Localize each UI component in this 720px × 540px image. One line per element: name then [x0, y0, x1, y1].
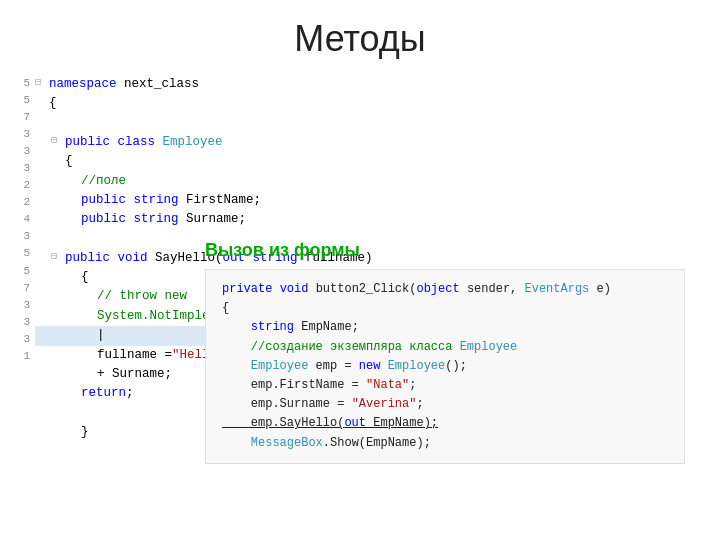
right-panel: Вызов из формы private void button2_Clic… [205, 240, 685, 464]
code-text: { [81, 268, 89, 287]
code-line: //создание экземпляра класса Employee [222, 338, 668, 357]
code-text: public class Employee [65, 133, 223, 152]
code-text: public string Surname; [81, 210, 246, 229]
code-line: { [35, 152, 380, 171]
code-line: emp.SayHello(out EmpName); [222, 414, 668, 433]
code-text: } [81, 423, 89, 442]
code-line: { [222, 299, 668, 318]
code-line: string EmpName; [222, 318, 668, 337]
code-line: ⊟ namespace next_class [35, 75, 380, 94]
callout-label: Вызов из формы [205, 240, 685, 261]
code-line: ⊟ public class Employee [35, 133, 380, 152]
code-line: //поле [35, 172, 380, 191]
code-text: return; [81, 384, 134, 403]
code-text: namespace next_class [49, 75, 199, 94]
code-line: public string Surname; [35, 210, 380, 229]
code-text: public string FirstName; [81, 191, 261, 210]
code-line: emp.Surname = "Averina"; [222, 395, 668, 414]
code-line: public string FirstName; [35, 191, 380, 210]
code-line: private void button2_Click(object sender… [222, 280, 668, 299]
code-line: Employee emp = new Employee(); [222, 357, 668, 376]
code-line [35, 114, 380, 133]
code-text: | [97, 326, 105, 345]
code-text: { [49, 94, 57, 113]
code-text: { [65, 152, 73, 171]
code-line: { [35, 94, 380, 113]
code-line: emp.FirstName = "Nata"; [222, 376, 668, 395]
code-text: //поле [81, 172, 126, 191]
collapse-icon: ⊟ [51, 133, 63, 149]
collapse-icon: ⊟ [35, 75, 47, 91]
page-title: Методы [0, 0, 720, 70]
code-block-right: private void button2_Click(object sender… [205, 269, 685, 464]
line-numbers: 5 5 7 3 3 3 2 2 4 3 5 5 7 3 3 3 1 [10, 75, 30, 365]
code-line: MessageBox.Show(EmpName); [222, 434, 668, 453]
collapse-icon: ⊟ [51, 249, 63, 265]
